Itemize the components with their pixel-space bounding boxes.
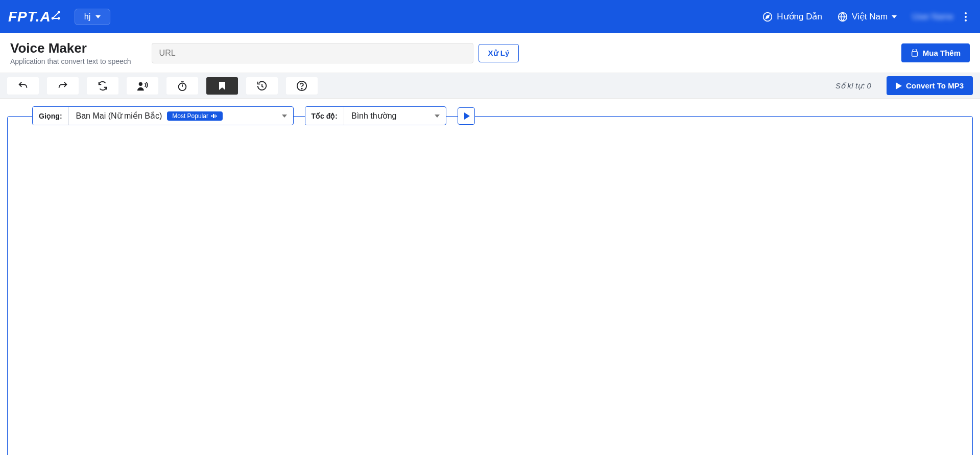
preview-play-button[interactable] <box>458 107 475 125</box>
convert-button[interactable]: Convert To MP3 <box>887 76 973 95</box>
svg-rect-15 <box>214 115 216 118</box>
voice-badge: Most Popular <box>167 111 223 121</box>
voice-select[interactable]: Ban Mai (Nữ miền Bắc) Most Popular <box>68 107 293 125</box>
speed-group: Tốc độ: Bình thường <box>305 106 446 125</box>
redo-button[interactable] <box>47 77 79 95</box>
compass-icon <box>762 12 773 22</box>
play-icon <box>464 112 470 120</box>
voice-value: Ban Mai (Nữ miền Bắc) <box>76 111 162 121</box>
process-button[interactable]: Xử Lý <box>479 44 519 62</box>
url-input[interactable] <box>152 43 473 63</box>
header-bar: FPT.A hj Hướng Dẫn <box>0 0 980 33</box>
voice-button[interactable] <box>127 77 158 95</box>
undo-icon <box>17 80 29 92</box>
history-icon <box>256 80 268 92</box>
bookmark-icon <box>218 81 226 90</box>
more-menu[interactable] <box>960 12 972 21</box>
find-replace-button[interactable] <box>87 77 118 95</box>
svg-marker-6 <box>766 15 770 18</box>
help-circle-icon <box>296 80 307 92</box>
region-dropdown[interactable]: Việt Nam <box>838 11 897 22</box>
account-name[interactable]: User Name <box>912 12 953 21</box>
guide-label: Hướng Dẫn <box>777 11 822 22</box>
logo-spark-icon <box>51 10 60 21</box>
guide-link[interactable]: Hướng Dẫn <box>762 11 822 22</box>
speed-label: Tốc độ: <box>305 107 344 125</box>
chevron-down-icon <box>282 115 287 118</box>
toolbar: Số kí tự: 0 Convert To MP3 <box>0 73 980 99</box>
speed-select[interactable]: Bình thường <box>344 107 446 125</box>
svg-point-9 <box>139 82 142 85</box>
svg-rect-14 <box>213 114 214 118</box>
svg-rect-13 <box>211 115 212 117</box>
project-dropdown[interactable]: hj <box>75 9 110 25</box>
logo[interactable]: FPT.A <box>8 9 60 25</box>
svg-line-3 <box>53 12 59 18</box>
chevron-down-icon <box>892 15 897 18</box>
stopwatch-icon <box>177 80 188 92</box>
play-icon <box>896 82 902 89</box>
convert-label: Convert To MP3 <box>906 81 964 90</box>
globe-icon <box>838 12 848 22</box>
voice-group: Giọng: Ban Mai (Nữ miền Bắc) Most Popula… <box>32 106 294 125</box>
voice-label: Giọng: <box>33 107 68 125</box>
buy-more-label: Mua Thêm <box>923 49 961 57</box>
chevron-down-icon <box>435 115 440 118</box>
redo-icon <box>57 80 68 92</box>
bookmark-button[interactable] <box>206 77 238 95</box>
floating-controls: Giọng: Ban Mai (Nữ miền Bắc) Most Popula… <box>32 106 475 125</box>
project-dropdown-label: hj <box>84 12 90 21</box>
svg-rect-8 <box>912 51 917 56</box>
svg-point-12 <box>301 88 302 88</box>
svg-point-10 <box>179 83 186 90</box>
person-speak-icon <box>136 80 149 92</box>
refresh-search-icon <box>97 80 108 92</box>
char-count: Số kí tự: 0 <box>835 81 871 90</box>
speed-value: Bình thường <box>351 111 397 121</box>
page-title: Voice Maker <box>10 40 131 56</box>
buy-more-button[interactable]: Mua Thêm <box>901 43 970 62</box>
history-button[interactable] <box>246 77 278 95</box>
timer-button[interactable] <box>166 77 198 95</box>
editor-textarea[interactable]: Giọng: Ban Mai (Nữ miền Bắc) Most Popula… <box>7 116 973 455</box>
subheader: Voice Maker Application that convert tex… <box>0 33 980 73</box>
svg-rect-16 <box>216 116 217 117</box>
title-block: Voice Maker Application that convert tex… <box>10 40 131 65</box>
help-button[interactable] <box>286 77 318 95</box>
region-label: Việt Nam <box>852 11 888 22</box>
chevron-down-icon <box>95 15 101 18</box>
undo-button[interactable] <box>7 77 39 95</box>
page-subtitle: Application that convert text to speech <box>10 57 131 65</box>
logo-text: FPT.A <box>8 9 60 25</box>
sound-bars-icon <box>211 113 218 119</box>
editor-wrapper: Giọng: Ban Mai (Nữ miền Bắc) Most Popula… <box>0 116 980 455</box>
shopping-bag-icon <box>911 49 919 57</box>
